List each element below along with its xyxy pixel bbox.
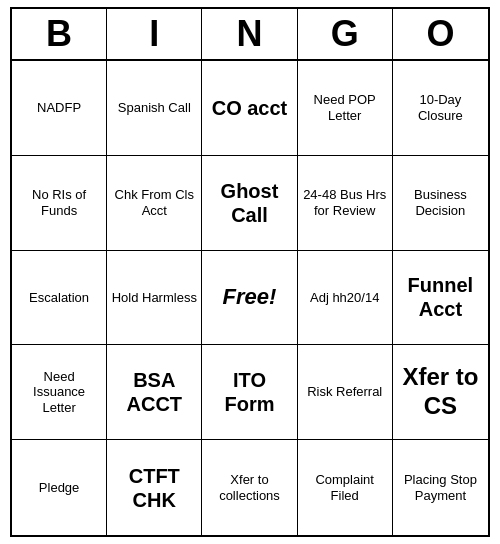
bingo-cell-23[interactable]: Complaint Filed [298, 440, 393, 535]
bingo-cell-17[interactable]: ITO Form [202, 345, 297, 440]
header-letter-n: N [202, 9, 297, 59]
bingo-card: BINGO NADFPSpanish CallCO acctNeed POP L… [10, 7, 490, 537]
bingo-cell-16[interactable]: BSA ACCT [107, 345, 202, 440]
bingo-header: BINGO [12, 9, 488, 61]
bingo-cell-18[interactable]: Risk Referral [298, 345, 393, 440]
bingo-grid: NADFPSpanish CallCO acctNeed POP Letter1… [12, 61, 488, 535]
bingo-cell-4[interactable]: 10-Day Closure [393, 61, 488, 156]
bingo-cell-14[interactable]: Funnel Acct [393, 251, 488, 346]
header-letter-o: O [393, 9, 488, 59]
bingo-cell-6[interactable]: Chk From Cls Acct [107, 156, 202, 251]
header-letter-b: B [12, 9, 107, 59]
bingo-cell-13[interactable]: Adj hh20/14 [298, 251, 393, 346]
header-letter-i: I [107, 9, 202, 59]
bingo-cell-21[interactable]: CTFT CHK [107, 440, 202, 535]
bingo-cell-10[interactable]: Escalation [12, 251, 107, 346]
bingo-cell-15[interactable]: Need Issuance Letter [12, 345, 107, 440]
bingo-cell-11[interactable]: Hold Harmless [107, 251, 202, 346]
bingo-cell-1[interactable]: Spanish Call [107, 61, 202, 156]
bingo-cell-22[interactable]: Xfer to collections [202, 440, 297, 535]
header-letter-g: G [298, 9, 393, 59]
bingo-cell-19[interactable]: Xfer to CS [393, 345, 488, 440]
bingo-cell-7[interactable]: Ghost Call [202, 156, 297, 251]
bingo-cell-5[interactable]: No RIs of Funds [12, 156, 107, 251]
bingo-cell-12[interactable]: Free! [202, 251, 297, 346]
bingo-cell-20[interactable]: Pledge [12, 440, 107, 535]
bingo-cell-8[interactable]: 24-48 Bus Hrs for Review [298, 156, 393, 251]
bingo-cell-0[interactable]: NADFP [12, 61, 107, 156]
bingo-cell-3[interactable]: Need POP Letter [298, 61, 393, 156]
bingo-cell-2[interactable]: CO acct [202, 61, 297, 156]
bingo-cell-24[interactable]: Placing Stop Payment [393, 440, 488, 535]
bingo-cell-9[interactable]: Business Decision [393, 156, 488, 251]
